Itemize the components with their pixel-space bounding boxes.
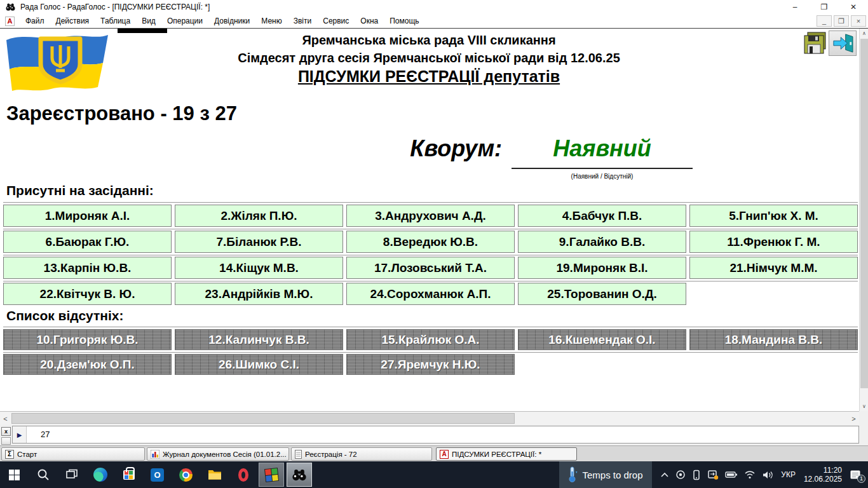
scroll-down-icon[interactable]: ∨ — [860, 402, 868, 411]
task-view-button[interactable] — [57, 461, 86, 488]
screen: { "window": { "title": "Рада Голос - Рад… — [0, 0, 868, 488]
window-close-button[interactable]: ✕ — [839, 0, 868, 14]
colored-windows-logo-icon — [264, 467, 278, 482]
top-progress-bar — [118, 29, 167, 33]
tray-phone-icon[interactable] — [689, 470, 704, 480]
rada-windows-app-button[interactable] — [259, 463, 284, 487]
chrome-icon — [179, 468, 193, 482]
menu-bar: А Файл Действия Таблица Вид Операции Дов… — [0, 14, 868, 29]
council-title: Яремчанська міська рада VIII скликання — [108, 33, 750, 48]
menu-item-operations[interactable]: Операции — [161, 17, 208, 25]
tray-time: 11:20 — [804, 466, 842, 475]
menu-item-service[interactable]: Сервис — [317, 17, 355, 25]
page-title: ПІДСУМКИ РЕЄСТРАЦІЇ депутатів — [108, 67, 750, 86]
file-explorer-taskbar-button[interactable] — [200, 461, 229, 488]
tray-clock[interactable]: 11:20 12.06.2025 — [800, 466, 846, 484]
opera-taskbar-button[interactable] — [229, 461, 257, 488]
menu-item-directories[interactable]: Довідники — [208, 17, 255, 25]
present-deputy-cell: 21.Німчук М.М. — [689, 257, 858, 279]
edge-icon — [93, 468, 107, 482]
store-taskbar-button[interactable] — [114, 461, 143, 488]
tab-registration-label: Реєстрація - 72 — [305, 451, 357, 458]
record-close-button[interactable]: x — [1, 427, 11, 436]
weather-label: Temps to drop — [582, 470, 642, 480]
present-grid-topline — [3, 202, 858, 203]
window-restore-button[interactable]: ❐ — [810, 0, 839, 14]
tab-start-label: Старт — [17, 451, 37, 458]
menu-item-actions[interactable]: Действия — [50, 17, 95, 25]
mdi-restore-button[interactable]: ❐ — [834, 15, 849, 27]
present-deputy-cell: 5.Гнип'юк Х. М. — [689, 205, 858, 227]
tab-results-label: ПІДСУМКИ РЕЄСТРАЦІЇ: * — [452, 451, 541, 458]
window-tab-bar: Σ Старт Журнал документов Сесія (01.01.2… — [0, 445, 868, 461]
menu-item-menu[interactable]: Меню — [255, 17, 287, 25]
opera-icon — [238, 468, 248, 482]
tray-volume-icon[interactable] — [759, 470, 776, 480]
action-center-button[interactable]: 1 — [846, 470, 868, 480]
radagolos-taskbar-button[interactable] — [287, 463, 312, 487]
window-titlebar: Рада Голос - РадаГолос - [ПІДСУМКИ РЕЄСТ… — [0, 0, 868, 14]
taskbar-search-button[interactable] — [29, 461, 57, 488]
tab-documents-journal[interactable]: Журнал документов Сесія (01.01.2... — [147, 447, 289, 461]
thermometer-icon — [568, 466, 578, 483]
present-deputy-cell: 7.Біланюк Р.В. — [175, 231, 343, 253]
windows-taskbar: O — [0, 461, 868, 488]
horizontal-scrollbar-thumb[interactable] — [11, 413, 515, 424]
tray-language-indicator[interactable]: УКР — [776, 470, 800, 479]
menu-item-windows[interactable]: Окна — [355, 17, 384, 25]
quorum-value: Наявний — [512, 135, 693, 162]
tray-chevron-up-icon[interactable] — [657, 471, 672, 478]
absent-deputy-cell: 27.Яремчук Н.Ю. — [346, 354, 515, 375]
notification-count-badge: 1 — [857, 475, 865, 483]
absent-deputy-cell: 18.Мандина В.В. — [689, 329, 858, 350]
absent-deputy-cell: 20.Дзем'юк О.П. — [3, 354, 172, 375]
journal-chart-icon — [151, 450, 159, 459]
tab-start[interactable]: Σ Старт — [1, 447, 145, 461]
document-red-a-icon: А — [5, 17, 15, 26]
window-minimize-button[interactable]: – — [780, 0, 810, 14]
outlook-taskbar-button[interactable]: O — [143, 461, 172, 488]
save-button[interactable] — [802, 31, 827, 55]
present-deputy-cell: 4.Бабчук П.В. — [518, 205, 686, 227]
scrollbar-corner — [859, 411, 868, 424]
edge-taskbar-button[interactable] — [86, 461, 114, 488]
tab-registration[interactable]: Реєстрація - 72 — [291, 447, 432, 461]
horizontal-scrollbar[interactable]: < > — [0, 411, 859, 424]
chrome-taskbar-button[interactable] — [172, 461, 200, 488]
start-button[interactable] — [0, 461, 29, 488]
mdi-minimize-button[interactable]: _ — [817, 15, 832, 27]
present-deputy-cell: 25.Торованин О.Д. — [518, 283, 686, 305]
menu-item-view[interactable]: Вид — [136, 17, 161, 25]
present-deputies-grid: 1.Мироняк А.І. 2.Жіляк П.Ю. 3.Андрухович… — [3, 205, 858, 305]
exit-button[interactable] — [829, 30, 857, 56]
present-deputy-cell: 19.Мироняк В.І. — [518, 257, 686, 279]
menu-item-reports[interactable]: Звіти — [288, 17, 318, 25]
registered-count-label: Зареєстровано - 19 з 27 — [6, 102, 237, 125]
menu-item-file[interactable]: Файл — [20, 17, 50, 25]
weather-widget[interactable]: Temps to drop — [559, 461, 652, 488]
quorum-hint: (Наявний / Відсутній) — [512, 173, 693, 180]
present-deputy-cell: 9.Галайко В.В. — [518, 231, 686, 253]
vertical-scrollbar[interactable]: ∧ ∨ — [859, 29, 868, 411]
tab-registration-results[interactable]: А ПІДСУМКИ РЕЄСТРАЦІЇ: * — [436, 447, 577, 461]
record-count: 27 — [27, 426, 50, 443]
tray-wifi-icon[interactable] — [741, 470, 759, 479]
mdi-close-button[interactable]: × — [851, 15, 866, 27]
tab-journal-label: Журнал документов Сесія (01.01.2... — [163, 451, 287, 458]
current-record-arrow-icon: ▶ — [13, 426, 27, 443]
session-title: Сімдесят друга сесія Яремчанської місько… — [108, 51, 750, 65]
menu-item-help[interactable]: Помощь — [384, 17, 424, 25]
present-deputy-cell: 6.Баюрак Г.Ю. — [3, 231, 172, 253]
tray-battery-icon[interactable] — [722, 471, 741, 478]
tray-sync-alert-icon[interactable] — [704, 470, 722, 480]
record-clipped-button[interactable] — [1, 437, 11, 445]
scroll-left-icon[interactable]: < — [0, 412, 11, 425]
absent-deputy-cell: 15.Крайлюк О.А. — [346, 329, 515, 350]
vertical-scrollbar-thumb[interactable] — [860, 39, 868, 388]
menu-item-table[interactable]: Таблица — [95, 17, 136, 25]
tray-status-circle-icon[interactable] — [672, 470, 689, 480]
present-deputy-cell: 3.Андрухович А.Д. — [346, 205, 515, 227]
scroll-right-icon[interactable]: > — [848, 412, 859, 425]
ukraine-flag-trident-logo — [5, 31, 110, 95]
scroll-up-icon[interactable]: ∧ — [860, 29, 868, 38]
